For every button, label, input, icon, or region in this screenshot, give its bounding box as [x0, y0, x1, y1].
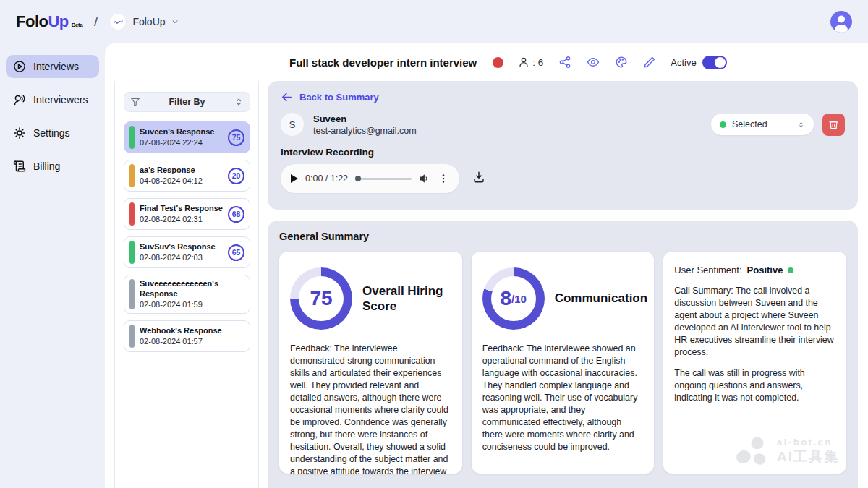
volume-button[interactable] [419, 173, 430, 184]
respondent-count-label: : 6 [532, 57, 543, 68]
sidebar-item-interviewers[interactable]: Interviewers [6, 88, 99, 111]
person-icon [518, 56, 529, 68]
sidebar-item-billing[interactable]: Billing [6, 155, 99, 178]
profile-avatar[interactable] [830, 11, 852, 33]
active-toggle[interactable] [702, 56, 727, 69]
sidebar-item-label: Billing [33, 160, 60, 172]
communication-score-ring: 8/10 [482, 267, 545, 330]
interview-header: Full stack developer intern interview : … [105, 43, 868, 81]
response-date: 04-08-2024 04:12 [140, 176, 223, 186]
recording-heading: Interview Recording [281, 147, 845, 158]
response-status-bar [129, 241, 135, 264]
audio-player[interactable]: 0:00 / 1:22 [281, 164, 459, 193]
candidate-status-dropdown[interactable]: Selected [711, 114, 814, 135]
avatar-initial: S [289, 119, 296, 130]
download-recording-button[interactable] [472, 171, 485, 187]
communication-card: 8/10 Communication Feedback: The intervi… [472, 252, 655, 474]
response-detail-panel: Back to Summary S Suveen test-analytics@… [268, 81, 858, 210]
response-status-bar [129, 279, 135, 309]
share-button[interactable] [558, 56, 571, 69]
response-list-item[interactable]: SuvSuv's Response02-08-2024 02:0365 [124, 236, 250, 268]
status-dot-icon [720, 121, 726, 128]
player-time: 0:00 / 1:22 [305, 174, 348, 184]
watermark: ai-bot.cn AI工具集 [736, 436, 839, 466]
candidate-email: test-analytics@gmail.com [313, 126, 417, 136]
overall-score-feedback: Feedback: The interviewee demonstrated s… [290, 343, 451, 474]
sidebar-item-interviews[interactable]: Interviews [6, 55, 99, 78]
candidate-name: Suveen [313, 114, 417, 124]
sentiment-dot-icon [788, 267, 793, 273]
sidebar-item-settings[interactable]: Settings [6, 121, 99, 145]
preview-eye-button[interactable] [587, 56, 600, 69]
player-menu-button[interactable] [438, 173, 449, 184]
play-button[interactable] [291, 174, 298, 183]
sidebar: Interviews Interviewers Settings Billing [0, 43, 105, 488]
gear-icon [13, 127, 26, 140]
response-score-badge: 20 [228, 168, 244, 184]
back-to-summary-label: Back to Summary [299, 92, 379, 103]
call-summary-paragraph: Call Summary: The call involved a discus… [674, 285, 835, 359]
theme-palette-button[interactable] [615, 56, 628, 69]
response-status-bar [129, 164, 135, 187]
record-indicator-icon [493, 57, 503, 68]
delete-response-button[interactable] [822, 114, 845, 136]
response-status-bar [129, 325, 135, 348]
workspace-logo-icon [109, 13, 127, 30]
response-score-badge: 65 [228, 244, 244, 261]
communication-title: Communication [555, 291, 647, 306]
response-list-item[interactable]: aa's Response04-08-2024 04:1220 [124, 160, 250, 192]
overall-score-title: Overall Hiring Score [362, 283, 451, 314]
scroll-icon [13, 160, 26, 173]
overall-score-ring: 75 [290, 267, 352, 330]
active-label: Active [671, 57, 696, 68]
response-list-item[interactable]: Final Test's Response02-08-2024 02:3168 [124, 198, 250, 230]
filter-by-label: Filter By [140, 97, 234, 107]
response-list-item[interactable]: Suveeeeeeeeeeeen's Response02-08-2024 01… [124, 275, 250, 314]
workspace-selector[interactable]: FoloUp [109, 13, 178, 30]
response-list-item[interactable]: Suveen's Response07-08-2024 22:2475 [124, 121, 250, 153]
sentiment-value: Positive [747, 265, 783, 275]
overall-score-value: 75 [310, 287, 332, 310]
breadcrumb-separator: / [94, 14, 98, 30]
response-name: Webhook's Response [140, 326, 244, 336]
respondent-count: : 6 [518, 56, 543, 68]
funnel-icon [130, 97, 140, 107]
chevron-down-icon [171, 18, 179, 25]
filter-by-dropdown[interactable]: Filter By [124, 92, 250, 112]
arrow-left-icon [281, 91, 293, 103]
chevrons-up-down-icon [234, 97, 244, 107]
communication-score-value: 8 [500, 287, 511, 310]
response-date: 02-08-2024 01:59 [140, 299, 244, 309]
response-name: SuvSuv's Response [140, 242, 223, 252]
response-name: aa's Response [140, 166, 223, 176]
interview-title: Full stack developer intern interview [289, 56, 477, 69]
response-list-panel: Filter By Suveen's Response07-08-2024 22… [114, 81, 259, 488]
seek-slider[interactable] [355, 178, 412, 180]
summary-heading: General Summary [279, 231, 846, 242]
general-summary-panel: General Summary 75 Overall Hiring Score … [268, 221, 858, 488]
response-date: 02-08-2024 02:03 [140, 252, 223, 262]
response-list: Suveen's Response07-08-2024 22:2475aa's … [124, 121, 250, 352]
response-name: Final Test's Response [140, 204, 223, 214]
play-circle-icon [13, 60, 26, 73]
response-date: 02-08-2024 01:57 [140, 336, 244, 346]
sidebar-item-label: Interviewers [33, 94, 88, 106]
candidate-status-value: Selected [732, 119, 791, 129]
back-to-summary-link[interactable]: Back to Summary [281, 91, 845, 103]
response-score-badge: 75 [228, 129, 244, 146]
topbar: FoloUp Beta / FoloUp [0, 0, 868, 43]
chevrons-up-down-icon [797, 121, 805, 129]
response-list-item[interactable]: Webhook's Response02-08-2024 01:57 [124, 320, 250, 352]
sentiment-card: User Sentiment: Positive Call Summary: T… [663, 252, 846, 474]
communication-score-suffix: /10 [511, 293, 527, 305]
watermark-paw-icon [736, 436, 770, 466]
response-date: 07-08-2024 22:24 [140, 137, 223, 147]
edit-pencil-button[interactable] [643, 56, 656, 69]
sentiment-label: User Sentiment: [674, 265, 741, 275]
response-score-badge: 68 [228, 206, 244, 223]
response-status-bar [129, 126, 135, 149]
speaking-person-icon [13, 93, 26, 106]
sidebar-item-label: Interviews [33, 61, 79, 72]
overall-score-card: 75 Overall Hiring Score Feedback: The in… [279, 252, 462, 474]
call-status-paragraph: The call was still in progress with ongo… [674, 367, 835, 404]
